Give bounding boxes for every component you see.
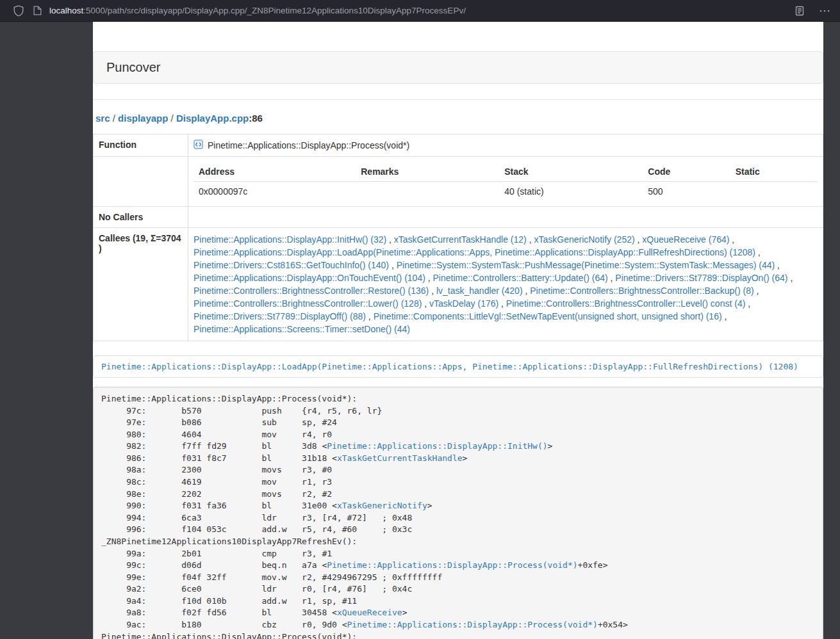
callee-separator: , <box>635 234 643 245</box>
breadcrumb-separator: / <box>110 113 119 124</box>
callee-link[interactable]: Pinetime::Controllers::BrightnessControl… <box>506 298 745 309</box>
stats-value-cell: 40 (static) <box>499 182 643 202</box>
callee-link[interactable]: Pinetime::Drivers::St7789::DisplayOff() … <box>194 311 366 321</box>
callee-link[interactable]: Pinetime::Controllers::BrightnessControl… <box>194 286 429 296</box>
callee-separator: , <box>722 311 727 321</box>
callee-link[interactable]: Pinetime::Controllers::Battery::Update()… <box>433 273 608 283</box>
reader-mode-icon[interactable] <box>795 6 805 16</box>
callee-link[interactable]: xTaskGetCurrentTaskHandle (12) <box>394 234 527 245</box>
callee-separator: , <box>429 286 436 296</box>
highlight-link[interactable]: Pinetime::Applications::DisplayApp::Load… <box>101 362 798 371</box>
breadcrumb-line-suffix: :86 <box>249 113 263 124</box>
callee-separator: , <box>523 286 531 296</box>
page-icon[interactable] <box>33 6 42 15</box>
page-title-panel: Puncover <box>93 51 823 84</box>
breadcrumb: src / displayapp / DisplayApp.cpp:86 <box>95 113 823 124</box>
callee-link[interactable]: Pinetime::Applications::DisplayApp::Load… <box>194 247 755 257</box>
stats-row: AddressRemarksStackCodeStatic 0x0000097c… <box>94 157 823 207</box>
symbol-link[interactable]: xQueueReceive <box>337 608 402 617</box>
callees-list: Pinetime::Applications::DisplayApp::Init… <box>188 228 823 341</box>
symbol-link[interactable]: xTaskGenericNotify <box>337 501 427 510</box>
callee-separator: , <box>425 273 433 283</box>
highlight-panel: Pinetime::Applications::DisplayApp::Load… <box>93 355 823 378</box>
symbol-icon <box>194 140 203 151</box>
callee-separator: , <box>366 311 374 321</box>
callee-link[interactable]: Pinetime::System::SystemTask::PushMessag… <box>397 260 775 270</box>
callee-separator: , <box>527 234 534 245</box>
function-name: Pinetime::Applications::DisplayApp::Proc… <box>208 140 409 150</box>
callee-link[interactable]: vTaskDelay (176) <box>429 298 498 309</box>
callers-empty-cell <box>188 207 823 228</box>
page-title: Puncover <box>106 60 810 75</box>
function-row: Function Pinetime::Applications::Display… <box>94 134 823 157</box>
stats-header-row: AddressRemarksStackCodeStatic <box>194 162 818 182</box>
callee-separator: , <box>608 273 616 283</box>
stats-value-cell <box>356 182 499 202</box>
breadcrumb-separator: / <box>168 113 176 124</box>
url-host: localhost <box>49 6 83 15</box>
callee-separator: , <box>775 260 780 270</box>
callee-link[interactable]: xTaskGenericNotify (252) <box>534 234 634 245</box>
callees-label: Callees (19, Σ=3704 ) <box>94 228 188 341</box>
callee-separator: , <box>745 298 750 309</box>
disassembly-code: Pinetime::Applications::DisplayApp::Proc… <box>93 387 823 639</box>
shield-icon[interactable] <box>13 5 24 17</box>
callee-link[interactable]: Pinetime::Applications::DisplayApp::OnTo… <box>194 273 425 283</box>
callees-row: Callees (19, Σ=3704 ) Pinetime::Applicat… <box>94 228 823 341</box>
callee-link[interactable]: Pinetime::Drivers::St7789::DisplayOn() (… <box>615 273 787 283</box>
stats-header-cell: Stack <box>499 162 643 182</box>
stats-data-row: 0x0000097c40 (static)500 <box>194 182 818 202</box>
breadcrumb-link[interactable]: displayapp <box>118 113 168 124</box>
callee-link[interactable]: Pinetime::Drivers::Cst816S::GetTouchInfo… <box>194 260 389 270</box>
divider <box>93 99 823 100</box>
callee-link[interactable]: Pinetime::Controllers::BrightnessControl… <box>194 298 422 309</box>
callee-link[interactable]: lv_task_handler (420) <box>436 286 523 296</box>
overflow-menu-icon[interactable]: ⋯ <box>819 5 831 17</box>
function-table: Function Pinetime::Applications::Display… <box>93 134 823 341</box>
callee-separator: , <box>754 286 759 296</box>
callee-separator: , <box>422 298 429 309</box>
callee-link[interactable]: Pinetime::Controllers::BrightnessControl… <box>530 286 754 296</box>
stats-header-cell: Address <box>194 162 356 182</box>
callee-separator: , <box>389 260 397 270</box>
stats-row-label <box>94 157 188 207</box>
no-callers-label: No Callers <box>94 207 188 228</box>
callee-separator: , <box>386 234 394 245</box>
callers-row: No Callers <box>94 207 823 228</box>
content-container: Puncover src / displayapp / DisplayApp.c… <box>93 22 823 639</box>
url-text: localhost:5000/path/src/displayapp/Displ… <box>49 6 466 15</box>
callee-separator: , <box>755 247 761 257</box>
stats-table: AddressRemarksStackCodeStatic 0x0000097c… <box>194 162 818 201</box>
function-row-label: Function <box>94 134 188 157</box>
symbol-link[interactable]: xTaskGetCurrentTaskHandle <box>337 453 463 463</box>
callee-link[interactable]: Pinetime::Components::LittleVgl::SetNewT… <box>374 311 722 321</box>
url-path: :5000/path/src/displayapp/DisplayApp.cpp… <box>83 6 466 15</box>
stats-header-cell: Static <box>730 162 818 182</box>
stats-value-cell <box>730 182 818 202</box>
stats-value-cell: 500 <box>643 182 730 202</box>
callee-link[interactable]: Pinetime::Applications::Screens::Timer::… <box>194 324 410 334</box>
callee-link[interactable]: xQueueReceive (764) <box>642 234 729 245</box>
callee-link[interactable]: Pinetime::Applications::DisplayApp::Init… <box>194 234 386 245</box>
symbol-link[interactable]: Pinetime::Applications::DisplayApp::Proc… <box>347 620 598 629</box>
callee-separator: , <box>729 234 734 245</box>
symbol-link[interactable]: Pinetime::Applications::DisplayApp::Init… <box>327 441 547 451</box>
callee-separator: , <box>788 273 793 283</box>
stats-value-cell: 0x0000097c <box>194 182 356 202</box>
url-bar[interactable]: localhost:5000/path/src/displayapp/Displ… <box>33 6 795 15</box>
callee-separator: , <box>498 298 506 309</box>
symbol-link[interactable]: Pinetime::Applications::DisplayApp::Proc… <box>327 560 577 570</box>
breadcrumb-link[interactable]: DisplayApp.cpp <box>176 113 249 124</box>
browser-topbar: localhost:5000/path/src/displayapp/Displ… <box>0 0 840 22</box>
stats-header-cell: Remarks <box>356 162 499 182</box>
stats-header-cell: Code <box>643 162 730 182</box>
breadcrumb-link[interactable]: src <box>95 113 110 124</box>
